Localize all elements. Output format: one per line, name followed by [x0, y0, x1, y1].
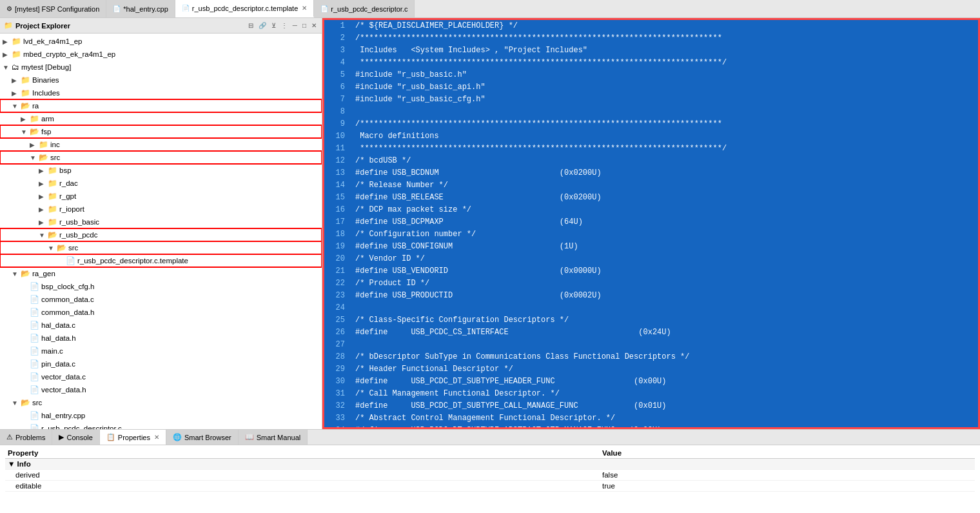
tree-item-fsp[interactable]: ▼ 📂 fsp — [0, 125, 322, 138]
tree-item-bsp-clock[interactable]: 📄 bsp_clock_cfg.h — [0, 280, 322, 293]
tree-item-mbed[interactable]: ▶ 📁 mbed_crypto_ek_ra4m1_ep — [0, 48, 322, 61]
tree-item-hal-entry-cpp[interactable]: 📄 hal_entry.cpp — [0, 409, 322, 422]
tab-fsp-config[interactable]: ⚙ [mytest] FSP Configuration — [0, 0, 106, 17]
line-number: 20 — [324, 253, 350, 265]
code-line: 7#include "r_usb_basic_cfg.h" — [324, 94, 978, 106]
chevron-right-icon: ▶ — [39, 180, 48, 187]
tree-label-src2: src — [68, 244, 78, 252]
line-code: /* Release Number */ — [350, 179, 978, 192]
tree-item-vector-data-c[interactable]: 📄 vector_data.c — [0, 370, 322, 383]
tab-properties[interactable]: 📋 Properties ✕ — [100, 430, 166, 445]
tree-item-r-usb-pcdc[interactable]: ▼ 📂 r_usb_pcdc — [0, 228, 322, 241]
tree-item-hal-data-h[interactable]: 📄 hal_data.h — [0, 332, 322, 345]
line-number: 34 — [324, 425, 350, 429]
tab-console[interactable]: ▶ Console — [52, 430, 99, 445]
chevron-down-icon: ▼ — [12, 103, 21, 110]
property-derived-value: false — [600, 470, 975, 481]
close-properties-tab[interactable]: ✕ — [154, 434, 159, 441]
tree-label-hal-data-c: hal_data.c — [41, 321, 75, 329]
tree-label-ra-gen: ra_gen — [32, 270, 55, 277]
line-code: /* bcdUSB */ — [350, 155, 978, 167]
folder-icon: 📁 — [21, 75, 30, 85]
tab-hal-entry[interactable]: 📄 *hal_entry.cpp — [106, 0, 175, 17]
tree-item-src2[interactable]: ▼ 📂 src — [0, 241, 322, 254]
tree-item-bsp[interactable]: ▶ 📁 bsp — [0, 164, 322, 177]
code-line: 10 Macro definitions — [324, 130, 978, 143]
code-line: 3 Includes <System Includes> , "Project … — [324, 45, 978, 57]
tree-label-main-c: main.c — [41, 347, 63, 355]
property-editable-label: editable — [5, 481, 600, 492]
folder-icon: 📁 — [30, 114, 39, 123]
code-line: 13#define USB_BCDNUM (0x0200U) — [324, 167, 978, 179]
editor-tab-bar: ⚙ [mytest] FSP Configuration 📄 *hal_entr… — [0, 0, 980, 18]
info-section-toggle[interactable]: ▼ Info — [5, 459, 600, 470]
chevron-down-icon: ▼ — [30, 154, 39, 161]
close-panel-button[interactable]: ✕ — [310, 21, 318, 30]
menu-button[interactable]: ⋮ — [280, 21, 289, 30]
tree-item-includes[interactable]: ▶ 📁 Includes — [0, 86, 322, 99]
line-code: /* Product ID */ — [350, 277, 978, 290]
tree-item-r-dac[interactable]: ▶ 📁 r_dac — [0, 177, 322, 190]
close-tab-template[interactable]: ✕ — [302, 5, 307, 12]
line-code: #define USB_PCDC_CS_INTERFACE (0x24U) — [350, 327, 978, 339]
tree-item-template-file[interactable]: 📄 r_usb_pcdc_descriptor.c.template — [0, 254, 322, 267]
tree-item-pin-data-c[interactable]: 📄 pin_data.c — [0, 357, 322, 370]
file-c-icon: 📄 — [30, 359, 39, 368]
folder-icon: 📁 — [12, 50, 21, 59]
line-number: 31 — [324, 388, 350, 400]
line-number: 27 — [324, 339, 350, 351]
tab-smart-manual[interactable]: 📖 Smart Manual — [239, 430, 308, 445]
tree-item-r-usb-descriptor-c[interactable]: 📄 r_usb_pcdc_descriptor.c — [0, 422, 322, 429]
properties-content: Property Value ▼ Info derived false — [0, 445, 980, 513]
code-line: 18/* Configuration number */ — [324, 228, 978, 241]
tree-item-ra-gen[interactable]: ▼ 📂 ra_gen — [0, 267, 322, 280]
code-editor[interactable]: 1/* ${REA_DISCLAIMER_PLACEHOLDER} */2/**… — [322, 18, 980, 429]
tree-label-r-ioport: r_ioport — [59, 205, 84, 213]
tree-label-r-dac: r_dac — [59, 179, 78, 187]
tree-label-common-data-c: common_data.c — [41, 296, 94, 303]
tree-item-arm[interactable]: ▶ 📁 arm — [0, 112, 322, 125]
code-line: 15#define USB_RELEASE (0x0200U) — [324, 192, 978, 204]
tree-item-src[interactable]: ▼ 📂 src — [0, 151, 322, 164]
tree-item-ra[interactable]: ▼ 📂 ra — [0, 99, 322, 112]
line-code — [350, 106, 978, 118]
info-section-row: ▼ Info — [5, 459, 975, 470]
tab-smart-browser[interactable]: 🌐 Smart Browser — [166, 430, 239, 445]
console-icon: ▶ — [59, 433, 64, 441]
project-explorer-header: 📁 Project Explorer ⊟ 🔗 ⊻ ⋮ ─ □ ✕ — [0, 18, 322, 34]
chevron-right-icon: ▶ — [39, 193, 48, 200]
collapse-all-button[interactable]: ⊟ — [247, 21, 255, 30]
r-usb-c-icon: 📄 — [320, 5, 328, 12]
tree-item-main-c[interactable]: 📄 main.c — [0, 345, 322, 357]
line-number: 12 — [324, 155, 350, 167]
tree-item-r-gpt[interactable]: ▶ 📁 r_gpt — [0, 190, 322, 203]
filter-button[interactable]: ⊻ — [270, 21, 277, 30]
tree-item-src-folder[interactable]: ▼ 📂 src — [0, 396, 322, 409]
tab-r-usb-template[interactable]: 📄 r_usb_pcdc_descriptor.c.template ✕ — [175, 0, 314, 17]
file-c-icon: 📄 — [30, 372, 39, 381]
properties-icon: 📋 — [106, 433, 115, 441]
folder-icon: 📂 — [39, 153, 48, 162]
template-file-icon: 📄 — [66, 256, 75, 265]
tree-item-common-data-c[interactable]: 📄 common_data.c — [0, 293, 322, 306]
tree-item-hal-data-c[interactable]: 📄 hal_data.c — [0, 319, 322, 332]
link-editor-button[interactable]: 🔗 — [257, 21, 268, 30]
tab-r-usb-c[interactable]: 📄 r_usb_pcdc_descriptor.c — [314, 0, 415, 17]
line-code: Includes <System Includes> , "Project In… — [350, 45, 978, 57]
tree-item-binaries[interactable]: ▶ 📁 Binaries — [0, 74, 322, 86]
line-code: /* bDescriptor SubType in Communications… — [350, 351, 978, 363]
tree-item-vector-data-h[interactable]: 📄 vector_data.h — [0, 383, 322, 396]
maximize-button[interactable]: □ — [301, 21, 308, 30]
chevron-down-icon: ▼ — [8, 460, 15, 468]
tree-item-common-data-h[interactable]: 📄 common_data.h — [0, 306, 322, 319]
tree-item-r-ioport[interactable]: ▶ 📁 r_ioport — [0, 203, 322, 216]
minimize-button[interactable]: ─ — [291, 21, 299, 30]
code-line: 20/* Vendor ID */ — [324, 253, 978, 265]
tree-item-inc[interactable]: ▶ 📁 inc — [0, 138, 322, 151]
code-line: 26#define USB_PCDC_CS_INTERFACE (0x24U) — [324, 327, 978, 339]
tree-item-mytest[interactable]: ▼ 🗂 mytest [Debug] — [0, 61, 322, 74]
tab-problems[interactable]: ⚠ Problems — [0, 430, 52, 445]
tree-item-r-usb-basic[interactable]: ▶ 📁 r_usb_basic — [0, 216, 322, 228]
project-tree[interactable]: ▶ 📁 lvd_ek_ra4m1_ep ▶ 📁 mbed_crypto_ek_r… — [0, 34, 322, 429]
tree-item-lvd[interactable]: ▶ 📁 lvd_ek_ra4m1_ep — [0, 35, 322, 48]
